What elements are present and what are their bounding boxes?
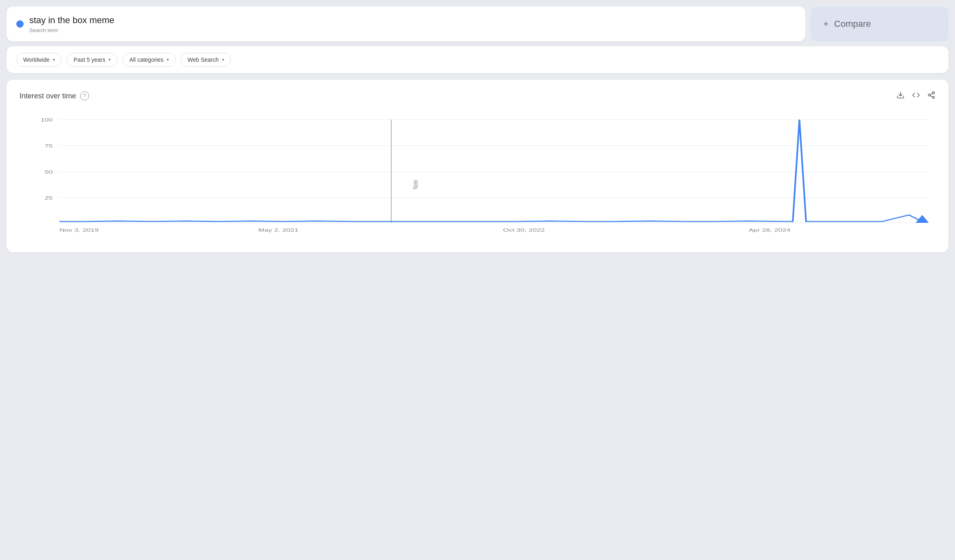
- category-filter-label: All categories: [129, 56, 164, 63]
- svg-text:May 2, 2021: May 2, 2021: [258, 227, 299, 232]
- svg-text:Apr 28, 2024: Apr 28, 2024: [749, 227, 791, 232]
- help-question-mark: ?: [83, 93, 86, 99]
- chart-title-area: Interest over time ?: [20, 91, 89, 100]
- filters-bar: Worldwide ▾ Past 5 years ▾ All categorie…: [7, 46, 948, 73]
- search-type-filter-label: Web Search: [188, 56, 219, 63]
- compare-label: Compare: [834, 19, 871, 29]
- compare-card[interactable]: + Compare: [810, 7, 948, 41]
- location-chevron-icon: ▾: [53, 57, 55, 62]
- chart-header: Interest over time ?: [20, 91, 935, 101]
- help-icon[interactable]: ?: [80, 91, 89, 100]
- time-filter[interactable]: Past 5 years ▾: [67, 53, 118, 67]
- share-icon[interactable]: [927, 91, 935, 101]
- svg-text:25: 25: [45, 195, 53, 200]
- search-type-filter[interactable]: Web Search ▾: [181, 53, 231, 67]
- chart-actions: [896, 91, 935, 101]
- search-text-area: stay in the box meme Search term: [29, 15, 114, 33]
- svg-text:Nov 3, 2019: Nov 3, 2019: [59, 227, 99, 232]
- svg-text:Oct 30, 2022: Oct 30, 2022: [503, 227, 545, 232]
- embed-icon[interactable]: [912, 91, 920, 101]
- svg-line-4: [930, 96, 933, 97]
- compare-plus-icon: +: [823, 19, 829, 29]
- svg-text:100: 100: [41, 117, 53, 122]
- svg-line-5: [930, 93, 933, 94]
- category-chevron-icon: ▾: [167, 57, 169, 62]
- svg-text:Note: Note: [412, 180, 419, 189]
- search-term-title: stay in the box meme: [29, 15, 114, 26]
- svg-text:75: 75: [45, 143, 53, 148]
- search-term-card: stay in the box meme Search term: [7, 7, 805, 41]
- download-icon[interactable]: [896, 91, 905, 101]
- category-filter[interactable]: All categories ▾: [122, 53, 176, 67]
- interest-over-time-card: Interest over time ?: [7, 80, 948, 252]
- location-filter-label: Worldwide: [23, 56, 50, 63]
- search-term-subtitle: Search term: [29, 27, 114, 33]
- location-filter[interactable]: Worldwide ▾: [16, 53, 62, 67]
- time-filter-label: Past 5 years: [74, 56, 105, 63]
- time-chevron-icon: ▾: [109, 57, 111, 62]
- chart-title: Interest over time: [20, 92, 76, 100]
- search-type-chevron-icon: ▾: [222, 57, 224, 62]
- svg-text:50: 50: [45, 169, 53, 174]
- chart-svg: 100 75 50 25 Nov 3, 2019 May 2, 2021 Oct…: [20, 111, 935, 241]
- search-dot: [16, 20, 24, 28]
- chart-area: 100 75 50 25 Nov 3, 2019 May 2, 2021 Oct…: [20, 111, 935, 241]
